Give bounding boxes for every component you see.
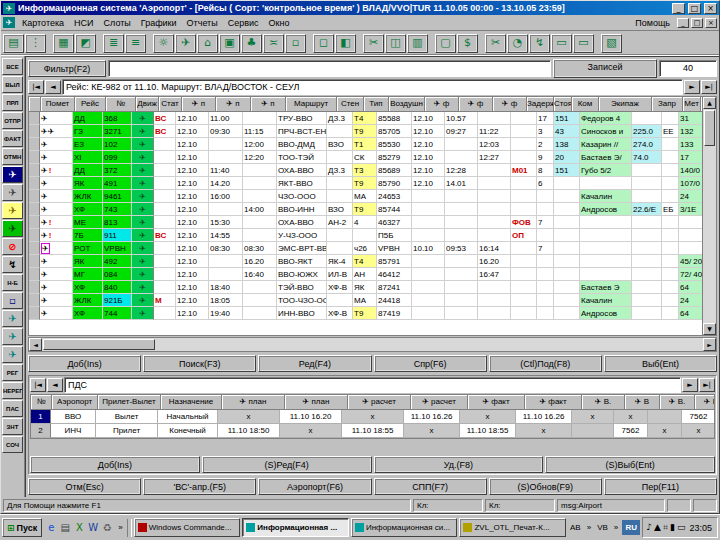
column-header[interactable]: Воздушн (389, 97, 425, 112)
column-header[interactable]: Стен (337, 97, 364, 112)
button-'ВС'-апр.(F5)[interactable]: 'ВС'-апр.(F5) (143, 478, 256, 495)
rail-fakt[interactable]: ФАКТ (2, 130, 23, 147)
first-record-button[interactable]: |◄ (28, 80, 44, 94)
menu-item-Картотека[interactable]: Картотека (17, 17, 69, 29)
schedule-icon[interactable]: ≣ (103, 34, 124, 53)
column-header[interactable]: Рейс (75, 97, 106, 112)
scroll-right-icon[interactable]: ► (703, 338, 716, 351)
table-row[interactable]: ✈РОТVPВН✈12.1008:3008:30ЭМС-ВРТ-ВВОч26VP… (29, 242, 702, 255)
filter-input[interactable] (108, 60, 551, 77)
timetable-icon[interactable]: ≡ (125, 34, 146, 53)
table-row[interactable]: ✈МГ084✈12.1016:40ВВО-ЮЖХИЛ-ВАН4641216:47… (29, 268, 702, 281)
rail-soch[interactable]: СОЧ (2, 436, 23, 453)
column-header[interactable]: Помет (41, 97, 75, 112)
rail-plane2-icon[interactable]: ✈ (2, 328, 23, 345)
column-header[interactable]: Аэропорт (52, 395, 98, 410)
rail-vyl[interactable]: ВЫЛ (2, 76, 23, 93)
button-Пер(F11)[interactable]: Пер(F11) (604, 478, 717, 495)
table-row[interactable]: ✈ДД368✈ВС12.1011.00ТРУ-ВВОДЗ.3Т48558812.… (29, 112, 702, 125)
rail-otmn[interactable]: ОТМН (2, 148, 23, 165)
excel-icon[interactable]: X (72, 520, 86, 536)
menu-item-НСИ[interactable]: НСИ (69, 17, 98, 29)
rail-plane3-icon[interactable]: ✈ (2, 346, 23, 363)
button-Отм(Esc)[interactable]: Отм(Esc) (28, 478, 141, 495)
start-button[interactable]: ⊞Пуск (2, 518, 42, 537)
display-icon[interactable]: ▭ (677, 522, 686, 533)
menu-item-Окно[interactable]: Окно (264, 17, 295, 29)
task-button[interactable]: Информационная ... (242, 518, 349, 537)
table-row[interactable]: ✈ХФ743✈12.1014:00ВВО-ИННВЗОТ985744Андрос… (29, 203, 702, 216)
column-header[interactable]: ✈ ф (425, 97, 459, 112)
table-row[interactable]: 2ИНЧПрилетКонечный11.10 18:50x11.10 18:5… (31, 424, 714, 438)
table-row[interactable]: ✈ЯК491✈12.1014.20ЯКТ-ВВОТ98579012.1014.0… (29, 177, 702, 190)
table-icon[interactable]: ▦ (53, 34, 74, 53)
column-header[interactable]: ✈ п (182, 97, 216, 112)
menu-item-Графики[interactable]: Графики (136, 17, 182, 29)
column-header[interactable]: ✈ план (222, 395, 285, 410)
truck-icon[interactable]: ▣ (219, 34, 240, 53)
column-header[interactable]: ✈ В. (660, 395, 695, 410)
last-record-button[interactable]: ►| (699, 378, 715, 392)
table-row[interactable]: 1ВВОВылетНачальныйx11.10 16.20x11.10 16.… (31, 410, 714, 424)
column-header[interactable]: ✈ В (625, 395, 660, 410)
table-row[interactable]: ✈ЕЗ102✈12.1012:00ВВО-ДМДВЗОТ18553012.101… (29, 138, 702, 151)
column-header[interactable]: ✈ ф (493, 97, 527, 112)
rail-plane1-icon[interactable]: ✈ (2, 310, 23, 327)
menu-help[interactable]: Помощь (630, 17, 675, 29)
button-Выб(Ent)[interactable]: Выб(Ent) (604, 355, 717, 372)
doc-icon[interactable]: ▤ (58, 520, 72, 536)
button-(S)Обнов(F9)[interactable]: (S)Обнов(F9) (489, 478, 602, 495)
rail-vse[interactable]: ВСЕ (2, 58, 23, 75)
button-(S)Выб(Ent)[interactable]: (S)Выб(Ent) (545, 456, 715, 473)
column-header[interactable]: Тип (364, 97, 389, 112)
tree-icon[interactable]: ♣ (241, 34, 262, 53)
battery-icon[interactable]: ▮ (670, 522, 675, 533)
alarm-icon[interactable]: ▲ (654, 522, 661, 533)
table-row[interactable]: ✈ЖЛК9461✈12.1016:00ЧЗО-ОООМА24653Качалин… (29, 190, 702, 203)
column-header[interactable]: № (106, 97, 136, 112)
rail-znt[interactable]: ЗНТ (2, 418, 23, 435)
column-header[interactable]: Назначение (161, 395, 222, 410)
column-header[interactable]: Запр (652, 97, 683, 112)
chart-icon[interactable]: ◩ (75, 34, 96, 53)
money-icon[interactable]: $ (457, 34, 478, 53)
close-button[interactable]: × (704, 3, 717, 14)
button-Спр(F6)[interactable]: Спр(F6) (374, 355, 487, 372)
column-header[interactable]: № (31, 395, 52, 410)
plane-arrival-icon[interactable]: ✈ (175, 34, 196, 53)
menu-item-Отчеты[interactable]: Отчеты (182, 17, 223, 29)
column-header[interactable]: Мет (683, 97, 701, 112)
rail-pas[interactable]: ПАС (2, 400, 23, 417)
scroll-down-icon[interactable]: ▼ (703, 323, 716, 335)
scroll-thumb[interactable] (704, 110, 715, 146)
card-file-icon[interactable]: ▤ (3, 34, 24, 53)
rail-plane-gray-icon[interactable]: ✈ (2, 184, 23, 201)
word-icon[interactable]: W (86, 520, 100, 536)
rail-no-entry-icon[interactable]: ⊘ (2, 238, 23, 255)
pie-icon[interactable]: ◔ (507, 34, 528, 53)
column-header[interactable]: ✈ факт (525, 395, 582, 410)
rail-nb[interactable]: Н-Б (2, 274, 23, 291)
button-(S)Ред(F4)[interactable]: (S)Ред(F4) (202, 456, 372, 473)
toolbar-vb-more[interactable]: » (612, 523, 620, 532)
button-Уд.(F8)[interactable]: Уд.(F8) (374, 456, 544, 473)
monitor2-icon[interactable]: ▭ (573, 34, 594, 53)
table-row[interactable]: ✈ХФ840✈12.1018:40ТЭЙ-ВВОХФ-ВЯК87241Баста… (29, 281, 702, 294)
column-header[interactable]: Ком (572, 97, 599, 112)
task-button[interactable]: Windows Commande... (134, 518, 241, 537)
rail-plane-green-icon[interactable]: ✈ (2, 220, 23, 237)
exit-icon[interactable]: ▧ (601, 34, 622, 53)
child-minimize-button[interactable]: _ (677, 18, 689, 28)
column-header[interactable]: ✈ план (285, 395, 348, 410)
column-header[interactable]: Стоян (554, 97, 572, 112)
toolbar-ab-more[interactable]: » (585, 523, 593, 532)
next-record-button[interactable]: ► (684, 80, 700, 94)
scroll-up-icon[interactable]: ▲ (703, 97, 716, 109)
rail-otpr[interactable]: ОТПР (2, 112, 23, 129)
grid-icon[interactable]: ◫ (385, 34, 406, 53)
rail-dot-icon[interactable]: ▫ (2, 292, 23, 309)
table-row[interactable]: ✈ХФ744✈12.1019:40ИНН-ВВОХФ-ВТ987419Андро… (29, 307, 702, 320)
prev-record-button[interactable]: ◄ (45, 80, 61, 94)
minimize-button[interactable]: _ (672, 3, 685, 14)
table-row[interactable]: ✈!ДД372✈12.1011:40ОХА-ВВОДЗ.3Т38568912.1… (29, 164, 702, 177)
